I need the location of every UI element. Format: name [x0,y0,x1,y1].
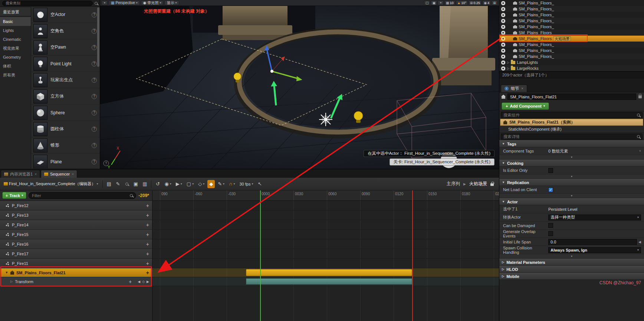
outliner-row[interactable]: SM_Plains_Floors_ [499,53,644,59]
track-row-p-fire14[interactable]: P_Fire14+ [0,220,152,230]
place-item-point-light[interactable]: Point Light ? [31,56,100,72]
tab-sequencer[interactable]: Sequencer × [41,170,77,178]
help-icon[interactable]: ? [92,94,97,99]
place-actors-search[interactable] [0,0,100,7]
save-button[interactable]: ▤ [105,180,113,188]
section-tags[interactable]: ▼Tags [499,140,644,147]
section-bar-gold[interactable] [246,269,412,276]
timeline-row[interactable] [152,259,499,268]
track-row-p-fire12[interactable]: P_Fire12+ [0,201,152,210]
expander-icon[interactable]: ▼ [5,271,8,274]
timeline-ruler[interactable]: 090 -060 -030 0000 0030 0060 0090 0120 0… [152,190,499,201]
category-vfx[interactable]: 视觉效果 [0,44,31,53]
category-lights[interactable]: Lights [0,26,31,35]
category-cinematic[interactable]: Cinematic [0,35,31,44]
viewport-options-button[interactable]: ▾ [102,0,108,5]
rotation-snap-button[interactable]: ▲10° [456,0,468,5]
add-section-icon[interactable]: + [146,222,149,227]
timeline-row[interactable] [152,249,499,259]
render-movie-button[interactable]: ▥ [141,180,148,188]
visibility-eye-icon[interactable] [501,19,506,23]
visibility-eye-icon[interactable] [501,1,506,6]
help-icon[interactable]: ? [92,29,97,34]
add-section-icon[interactable]: + [146,203,149,208]
breadcrumb-root[interactable]: 主序列 [447,181,460,187]
reset-arrow-icon[interactable]: ◀ [638,240,641,244]
category-geometry[interactable]: Geometry [0,53,31,62]
add-section-icon[interactable]: + [146,242,149,247]
track-row-p-fire13[interactable]: P_Fire13+ [0,210,152,220]
surface-snap-icon[interactable]: ⌖ [438,0,444,5]
save-as-button[interactable]: ✎ [114,180,122,188]
expander-icon[interactable]: ▷ [507,61,509,64]
maximize-viewport-icon[interactable]: ⊞ [492,0,497,5]
add-key-icon[interactable]: + [129,279,132,284]
add-section-icon[interactable]: + [146,213,149,218]
actor-name-field[interactable]: SM_Plains_Floors_Flat21 [507,94,636,100]
outliner-row[interactable]: SM_Plains_Floors_ [499,24,644,30]
category-all-classes[interactable]: 所有类 [0,71,31,79]
view-options-dropdown[interactable]: ◉▾ [163,180,172,188]
help-icon[interactable]: ? [92,159,97,164]
place-item-sphere[interactable]: Sphere ? [31,105,100,121]
expand-more-row[interactable]: ▼ [499,254,644,259]
help-icon[interactable]: ? [92,78,97,83]
select-edit-options-dropdown[interactable]: ▢▾ [185,180,195,188]
outliner-row[interactable]: SM_Plains_Floors_ [499,0,644,6]
convert-actor-dropdown[interactable]: 选择一种类型▾ [548,214,641,220]
curve-edit-dropdown[interactable]: ✎▾ [216,180,226,188]
perspective-dropdown[interactable]: ▦ Perspective ▾ [109,0,140,5]
sequence-selector[interactable]: First_Hour_in_Sequencer_Complete（编辑器） ▾ [2,180,100,188]
add-track-button[interactable]: + Track ▾ [2,192,26,199]
visibility-eye-icon[interactable] [501,13,506,17]
track-filter-input[interactable] [32,193,128,198]
scrollbar[interactable] [97,7,99,67]
close-icon[interactable]: × [521,86,523,91]
visibility-eye-icon[interactable] [501,42,506,47]
outliner-row-selected[interactable]: SM_Plains_Floors火焰场景 [499,36,644,42]
visibility-eye-icon[interactable] [501,48,506,53]
track-row-p-fire16[interactable]: P_Fire16+ [0,239,152,249]
track-row-p-fire15[interactable]: P_Fire15+ [0,230,152,239]
outliner-row[interactable]: SM_Plains_Floors_ [499,42,644,48]
playback-end-marker[interactable] [412,190,413,321]
timeline-row-transform[interactable] [152,277,499,286]
close-icon[interactable]: × [34,172,37,176]
component-instance-row[interactable]: SM_Plains_Floors_Flat21（实例） [500,119,643,126]
show-dropdown[interactable]: 显示 ▾ [164,0,179,5]
category-basic[interactable]: Basic [0,17,31,26]
details-search-input[interactable] [503,134,635,139]
outliner-row[interactable]: SM_Plains_Floors_ [499,48,644,53]
outliner-row[interactable]: SM_Plains_Floors_ [499,30,644,36]
timeline-row[interactable] [152,230,499,239]
undo-button[interactable]: ↺ [154,180,161,188]
lock-icon[interactable] [638,95,642,98]
outliner-row-folder[interactable]: ▷LampLights [499,59,644,65]
next-key-icon[interactable]: ▶ [147,280,149,284]
section-replication[interactable]: ▼Replication [499,179,644,186]
lit-mode-dropdown[interactable]: ◉ 带光照 ▾ [141,0,164,5]
prev-key-icon[interactable]: ◀ [138,280,140,284]
initial-life-span-input[interactable]: 0.0 [548,239,637,245]
checkbox-unchecked[interactable] [548,231,553,236]
track-row-p-fire17[interactable]: P_Fire17+ [0,249,152,259]
current-time-display[interactable]: -209* [138,193,150,198]
timeline-row[interactable] [152,239,499,249]
section-cooking[interactable]: ▼Cooking [499,160,644,167]
spawn-collision-dropdown[interactable]: Always Spawn, Ign▾ [548,247,641,253]
section-actor[interactable]: ▼Actor [499,198,644,205]
track-row-transform[interactable]: ▷ Transform + ◀ ◇ ▶ [0,277,152,286]
place-item-empty-character[interactable]: 空角色 ? [31,23,100,39]
close-icon[interactable]: × [72,172,74,176]
checkbox-unchecked[interactable] [548,223,553,228]
help-icon[interactable]: ? [92,143,97,148]
expander-icon[interactable]: ▷ [507,67,509,70]
curve-editor-button[interactable]: ↖ [256,180,263,188]
add-component-button[interactable]: + Add Component ▾ [502,102,549,110]
timeline-row[interactable] [152,220,499,230]
tab-details[interactable]: i 细节 × [501,85,527,92]
component-search-input[interactable] [503,113,635,117]
place-item-plane[interactable]: Plane ? [31,154,100,168]
place-item-cube[interactable]: 立方体 ? [31,88,100,105]
visibility-eye-icon[interactable] [501,66,506,71]
